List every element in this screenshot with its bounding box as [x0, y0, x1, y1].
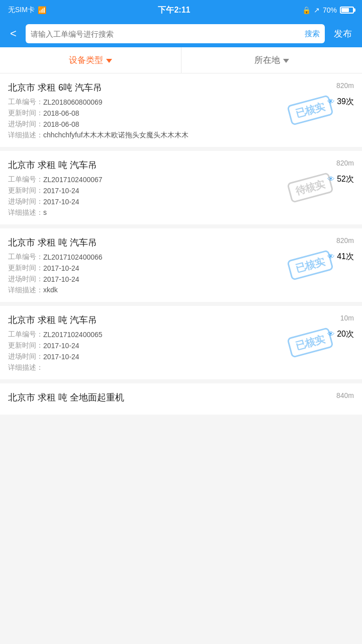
- item-distance: 820m: [336, 236, 354, 245]
- item-distance: 820m: [336, 159, 354, 167]
- filter-type-chevron-icon: [106, 59, 112, 63]
- order-value: ZL2017102400067: [43, 176, 103, 184]
- list-item[interactable]: 北京市 求租 6吨 汽车吊 820m 工单编号： ZL2018060800069…: [0, 73, 362, 147]
- filter-location-chevron-icon: [283, 59, 289, 63]
- update-value: 2017-10-24: [43, 342, 79, 350]
- entry-label: 进场时间：: [8, 197, 43, 206]
- entry-value: 2017-10-24: [43, 275, 79, 283]
- detail-label: 详细描述：: [8, 131, 43, 140]
- item-title: 北京市 求租 吨 汽车吊: [8, 236, 354, 249]
- filter-type[interactable]: 设备类型: [0, 47, 182, 73]
- signal-text: 无SIM卡: [8, 6, 35, 15]
- item-detail-row: 详细描述： s: [8, 208, 354, 217]
- update-value: 2017-10-24: [43, 187, 79, 195]
- item-distance: 10m: [340, 314, 354, 322]
- list-item[interactable]: 北京市 求租 吨 汽车吊 820m 工单编号： ZL2017102400066 …: [0, 228, 362, 302]
- item-title: 北京市 求租 6吨 汽车吊: [8, 82, 354, 94]
- update-label: 更新时间：: [8, 109, 43, 118]
- search-input[interactable]: [31, 30, 301, 38]
- order-label: 工单编号：: [8, 330, 43, 339]
- item-detail-row: 详细描述：: [8, 363, 354, 372]
- item-title: 北京市 求租 吨 汽车吊: [8, 159, 354, 171]
- update-value: 2018-06-08: [43, 109, 79, 117]
- list-item[interactable]: 北京市 求租 吨 汽车吊 820m 工单编号： ZL2017102400067 …: [0, 151, 362, 224]
- detail-value: s: [43, 208, 354, 216]
- item-distance: 820m: [336, 82, 354, 90]
- list-item[interactable]: 北京市 求租 吨 汽车吊 10m 工单编号： ZL2017102400065 👁…: [0, 306, 362, 379]
- item-title: 北京市 求租 吨 全地面起重机: [8, 391, 354, 404]
- entry-value: 2017-10-24: [43, 198, 79, 206]
- wifi-icon: 📶: [38, 6, 46, 14]
- status-bar: 无SIM卡 📶 下午2:11 🔒 ↗ 70%: [0, 0, 362, 20]
- item-detail-row: 详细描述： xkdk: [8, 286, 354, 295]
- lock-icon: 🔒: [302, 6, 311, 14]
- nav-bar: < 搜索 发布: [0, 20, 362, 47]
- item-title: 北京市 求租 吨 汽车吊: [8, 314, 354, 326]
- order-label: 工单编号：: [8, 98, 43, 107]
- list-item[interactable]: 北京市 求租 吨 全地面起重机 840m: [0, 383, 362, 415]
- detail-value: xkdk: [43, 286, 354, 294]
- filter-location[interactable]: 所在地: [182, 47, 363, 73]
- filter-type-label: 设备类型: [69, 54, 103, 66]
- status-right: 🔒 ↗ 70%: [302, 6, 354, 14]
- update-label: 更新时间：: [8, 186, 43, 195]
- back-button[interactable]: <: [6, 25, 21, 42]
- item-detail-row: 详细描述： chhchchfyfuf木木木木欧诺拖头女魔头木木木木: [8, 131, 354, 140]
- order-value: ZL2017102400066: [43, 253, 103, 261]
- views-value: 52次: [337, 175, 354, 183]
- item-distance: 840m: [336, 391, 354, 399]
- status-left: 无SIM卡 📶: [8, 6, 46, 15]
- views-value: 39次: [337, 97, 354, 106]
- search-bar: 搜索: [26, 24, 325, 43]
- order-label: 工单编号：: [8, 175, 43, 184]
- battery-icon: [340, 7, 354, 14]
- order-label: 工单编号：: [8, 253, 43, 262]
- update-label: 更新时间：: [8, 264, 43, 273]
- order-value: ZL2018060800069: [43, 98, 103, 106]
- publish-button[interactable]: 发布: [330, 26, 356, 42]
- status-time: 下午2:11: [158, 5, 190, 16]
- update-label: 更新时间：: [8, 341, 43, 350]
- detail-value: chhchchfyfuf木木木木欧诺拖头女魔头木木木木: [43, 131, 354, 140]
- detail-label: 详细描述：: [8, 208, 43, 217]
- views-value: 41次: [337, 252, 354, 261]
- battery-percent: 70%: [323, 6, 337, 14]
- search-button[interactable]: 搜索: [305, 29, 320, 39]
- entry-label: 进场时间：: [8, 275, 43, 284]
- filter-bar: 设备类型 所在地: [0, 47, 362, 73]
- list-container: 北京市 求租 6吨 汽车吊 820m 工单编号： ZL2018060800069…: [0, 73, 362, 415]
- order-value: ZL2017102400065: [43, 331, 103, 339]
- entry-label: 进场时间：: [8, 352, 43, 361]
- detail-label: 详细描述：: [8, 286, 43, 295]
- update-value: 2017-10-24: [43, 264, 79, 272]
- filter-location-label: 所在地: [254, 54, 280, 66]
- detail-label: 详细描述：: [8, 363, 43, 372]
- location-icon: ↗: [314, 6, 320, 14]
- views-value: 20次: [337, 330, 354, 338]
- entry-value: 2017-10-24: [43, 353, 79, 361]
- entry-label: 进场时间：: [8, 120, 43, 129]
- entry-value: 2018-06-08: [43, 120, 79, 128]
